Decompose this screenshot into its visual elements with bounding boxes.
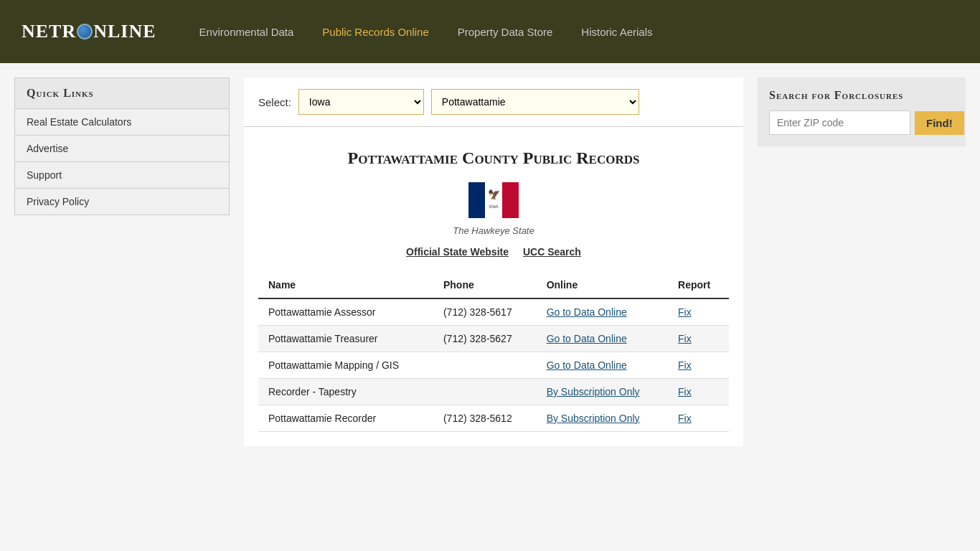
find-button[interactable]: Find! [915, 111, 964, 135]
quick-links-title: Quick Links [14, 77, 230, 108]
county-title: Pottawattamie County Public Records [258, 134, 729, 175]
foreclosure-box: Search for Forclosures Find! [758, 77, 966, 146]
online-link[interactable]: By Subscription Only [547, 413, 640, 424]
foreclosure-search: Find! [769, 110, 954, 135]
col-header-name: Name [258, 272, 433, 298]
cell-report: Fix [668, 352, 729, 379]
table-row: Pottawattamie Recorder(712) 328-5612By S… [258, 405, 729, 432]
svg-rect-0 [468, 182, 485, 218]
cell-report: Fix [668, 298, 729, 326]
table-row: Pottawattamie Treasurer(712) 328-5627Go … [258, 326, 729, 352]
cell-name: Pottawattamie Treasurer [258, 326, 433, 352]
cell-report: Fix [668, 326, 729, 352]
cell-online: Go to Data Online [537, 326, 668, 352]
cell-online: By Subscription Only [537, 379, 668, 405]
logo-text-before: NETR [22, 21, 76, 42]
flag-container: 🦅 IOWA [258, 182, 729, 218]
cell-online: Go to Data Online [537, 298, 668, 326]
nav-environmental-data[interactable]: Environmental Data [199, 26, 294, 38]
ucc-search-link[interactable]: UCC Search [523, 246, 581, 258]
select-bar: Select: Iowa Alabama Alaska Arizona Arka… [244, 77, 743, 126]
cell-name: Pottawattamie Mapping / GIS [258, 352, 433, 379]
foreclosure-title: Search for Forclosures [769, 89, 954, 102]
state-select[interactable]: Iowa Alabama Alaska Arizona Arkansas Cal… [298, 89, 424, 115]
online-link[interactable]: Go to Data Online [547, 359, 627, 371]
right-sidebar: Search for Forclosures Find! [758, 77, 966, 446]
cell-name: Recorder - Tapestry [258, 379, 433, 405]
select-label: Select: [258, 96, 291, 108]
online-link[interactable]: By Subscription Only [547, 386, 640, 397]
logo[interactable]: NETRNLINE [22, 21, 156, 42]
main-layout: Quick Links Real Estate Calculators Adve… [0, 63, 980, 461]
official-website-link[interactable]: Official State Website [406, 246, 509, 258]
state-links: Official State Website UCC Search [258, 246, 729, 258]
online-link[interactable]: Go to Data Online [547, 333, 627, 344]
svg-rect-2 [502, 182, 519, 218]
main-nav: Environmental Data Public Records Online… [199, 26, 653, 38]
nav-historic-aerials[interactable]: Historic Aerials [581, 26, 652, 38]
nav-public-records[interactable]: Public Records Online [322, 26, 428, 38]
table-row: Pottawattamie Mapping / GISGo to Data On… [258, 352, 729, 379]
fix-link[interactable]: Fix [678, 306, 692, 318]
iowa-flag: 🦅 IOWA [468, 182, 519, 218]
sidebar-item-privacy[interactable]: Privacy Policy [14, 188, 230, 215]
sidebar: Quick Links Real Estate Calculators Adve… [14, 77, 230, 446]
globe-icon [77, 24, 93, 39]
zip-input[interactable] [769, 110, 910, 135]
cell-phone: (712) 328-5612 [433, 405, 537, 432]
sidebar-item-support[interactable]: Support [14, 161, 230, 188]
fix-link[interactable]: Fix [678, 413, 692, 424]
col-header-online: Online [537, 272, 668, 298]
content-area: Select: Iowa Alabama Alaska Arizona Arka… [244, 77, 743, 446]
table-row: Pottawattamie Assessor(712) 328-5617Go t… [258, 298, 729, 326]
cell-report: Fix [668, 405, 729, 432]
cell-online: Go to Data Online [537, 352, 668, 379]
county-section: Pottawattamie County Public Records 🦅 IO… [244, 126, 743, 446]
cell-report: Fix [668, 379, 729, 405]
cell-name: Pottawattamie Assessor [258, 298, 433, 326]
online-link[interactable]: Go to Data Online [547, 306, 627, 318]
cell-phone [433, 352, 537, 379]
svg-text:🦅: 🦅 [488, 189, 501, 201]
cell-phone: (712) 328-5627 [433, 326, 537, 352]
records-table: Name Phone Online Report Pottawattamie A… [258, 272, 729, 432]
header: NETRNLINE Environmental Data Public Reco… [0, 0, 980, 63]
cell-phone: (712) 328-5617 [433, 298, 537, 326]
col-header-phone: Phone [433, 272, 537, 298]
fix-link[interactable]: Fix [678, 386, 692, 397]
cell-online: By Subscription Only [537, 405, 668, 432]
table-row: Recorder - TapestryBy Subscription OnlyF… [258, 379, 729, 405]
cell-name: Pottawattamie Recorder [258, 405, 433, 432]
county-select[interactable]: Pottawattamie Adair Adams Allamakee Appa… [431, 89, 639, 115]
col-header-report: Report [668, 272, 729, 298]
svg-text:IOWA: IOWA [489, 204, 499, 209]
fix-link[interactable]: Fix [678, 333, 692, 344]
sidebar-item-real-estate[interactable]: Real Estate Calculators [14, 108, 230, 135]
cell-phone [433, 379, 537, 405]
fix-link[interactable]: Fix [678, 359, 692, 371]
state-caption: The Hawkeye State [258, 225, 729, 236]
sidebar-item-advertise[interactable]: Advertise [14, 135, 230, 161]
svg-rect-1 [485, 182, 502, 218]
nav-property-data[interactable]: Property Data Store [458, 26, 553, 38]
logo-text-after: NLINE [93, 21, 156, 42]
